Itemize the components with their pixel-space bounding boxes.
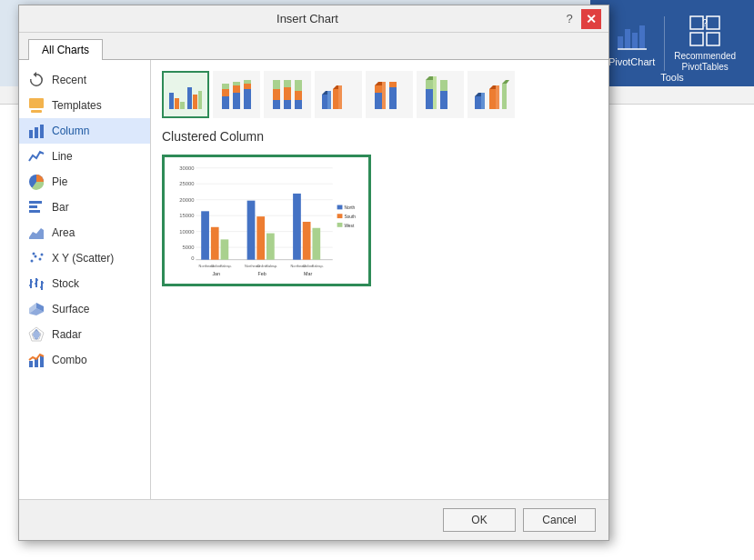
area-icon bbox=[28, 225, 45, 241]
svg-text:Salesp.: Salesp. bbox=[312, 264, 324, 268]
svg-rect-39 bbox=[40, 355, 44, 367]
dialog-body: Recent Templates Column bbox=[19, 59, 608, 499]
sidebar-item-radar[interactable]: Radar bbox=[19, 322, 150, 347]
svg-rect-112 bbox=[312, 228, 320, 260]
svg-rect-85 bbox=[489, 89, 496, 109]
svg-rect-81 bbox=[440, 80, 447, 91]
dialog-help-button[interactable]: ? bbox=[561, 11, 578, 27]
dialog-close-button[interactable]: ✕ bbox=[581, 9, 601, 29]
svg-text:30000: 30000 bbox=[179, 165, 194, 171]
pivot-chart-button[interactable]: PivotChart bbox=[608, 20, 655, 67]
svg-rect-7 bbox=[690, 33, 703, 45]
cancel-button[interactable]: Cancel bbox=[523, 508, 596, 532]
svg-rect-11 bbox=[31, 110, 42, 113]
svg-rect-17 bbox=[29, 205, 37, 208]
svg-rect-129 bbox=[337, 223, 343, 227]
sidebar-label-recent: Recent bbox=[52, 74, 86, 86]
svg-rect-51 bbox=[233, 82, 240, 85]
chart-sidebar: Recent Templates Column bbox=[19, 60, 151, 499]
sidebar-item-combo[interactable]: Combo bbox=[19, 347, 150, 373]
chart-type-clustered-column[interactable] bbox=[162, 71, 209, 118]
svg-text:15000: 15000 bbox=[179, 213, 194, 218]
scatter-icon bbox=[28, 250, 45, 266]
svg-rect-79 bbox=[433, 76, 437, 109]
3d-stacked-icon bbox=[371, 76, 407, 113]
stacked-column-icon bbox=[218, 76, 255, 113]
svg-rect-107 bbox=[247, 201, 256, 260]
svg-text:Salesp.: Salesp. bbox=[220, 264, 232, 268]
svg-rect-8 bbox=[707, 33, 719, 45]
chart-type-stacked-column[interactable] bbox=[213, 71, 260, 118]
chart-type-3d-column[interactable] bbox=[467, 71, 515, 118]
svg-rect-109 bbox=[266, 234, 275, 260]
svg-rect-84 bbox=[481, 93, 485, 109]
svg-rect-42 bbox=[180, 102, 185, 109]
chart-type-100pct-stacked[interactable] bbox=[264, 71, 311, 118]
svg-rect-14 bbox=[40, 125, 44, 138]
ribbon-area: PivotChart ? Recommended PivotTables Too… bbox=[590, 0, 754, 86]
sidebar-item-scatter[interactable]: X Y (Scatter) bbox=[19, 245, 150, 271]
chart-type-3d-stacked[interactable] bbox=[366, 71, 413, 118]
svg-rect-44 bbox=[193, 95, 197, 109]
recommended-icon: ? bbox=[689, 15, 721, 47]
svg-rect-64 bbox=[322, 95, 327, 109]
sidebar-item-bar[interactable]: Bar bbox=[19, 195, 150, 220]
dialog-title: Insert Chart bbox=[54, 12, 561, 25]
ok-button[interactable]: OK bbox=[443, 508, 516, 532]
templates-icon bbox=[28, 97, 45, 114]
recommended-pivot-tables-button[interactable]: ? Recommended PivotTables bbox=[674, 15, 736, 73]
chart-type-3d-100pct[interactable] bbox=[417, 71, 464, 118]
svg-rect-53 bbox=[244, 84, 251, 89]
svg-rect-43 bbox=[187, 87, 192, 109]
tools-label: Tools bbox=[590, 72, 754, 83]
svg-rect-62 bbox=[295, 80, 302, 91]
svg-text:10000: 10000 bbox=[179, 229, 194, 235]
svg-point-22 bbox=[39, 258, 42, 261]
svg-rect-59 bbox=[284, 80, 291, 87]
chart-name: Clustered Column bbox=[162, 129, 598, 144]
sidebar-item-surface[interactable]: Surface bbox=[19, 296, 150, 322]
svg-text:Feb: Feb bbox=[258, 271, 266, 276]
sidebar-item-line[interactable]: Line bbox=[19, 144, 150, 169]
chart-type-3d-clustered[interactable] bbox=[315, 71, 362, 118]
dialog-titlebar: Insert Chart ? ✕ bbox=[19, 5, 608, 33]
svg-text:North: North bbox=[344, 205, 355, 210]
svg-marker-89 bbox=[502, 80, 509, 84]
svg-text:20000: 20000 bbox=[179, 197, 194, 203]
sidebar-label-line: Line bbox=[52, 150, 73, 163]
svg-rect-45 bbox=[198, 91, 202, 109]
svg-rect-54 bbox=[244, 80, 251, 84]
pivot-chart-label: PivotChart bbox=[608, 56, 655, 67]
sidebar-item-recent[interactable]: Recent bbox=[19, 67, 150, 93]
svg-rect-50 bbox=[233, 85, 240, 93]
svg-point-20 bbox=[31, 260, 34, 263]
sidebar-label-bar: Bar bbox=[52, 201, 69, 214]
svg-rect-57 bbox=[273, 89, 280, 100]
sidebar-item-area[interactable]: Area bbox=[19, 220, 150, 245]
svg-rect-104 bbox=[201, 211, 209, 259]
svg-rect-77 bbox=[426, 80, 433, 89]
svg-point-24 bbox=[41, 254, 44, 256]
svg-point-23 bbox=[33, 253, 35, 255]
sidebar-item-templates[interactable]: Templates bbox=[19, 93, 150, 118]
chart-preview: 30000 25000 20000 15000 10000 5000 0 bbox=[162, 155, 371, 286]
sidebar-item-stock[interactable]: Stock bbox=[19, 271, 150, 296]
svg-text:Mar: Mar bbox=[304, 271, 312, 276]
sidebar-label-pie: Pie bbox=[52, 175, 67, 188]
sidebar-label-area: Area bbox=[52, 226, 75, 239]
tab-all-charts[interactable]: All Charts bbox=[28, 39, 103, 60]
sidebar-item-column[interactable]: Column bbox=[19, 118, 150, 144]
svg-rect-105 bbox=[211, 227, 219, 260]
svg-rect-6 bbox=[707, 16, 719, 29]
sidebar-item-pie[interactable]: Pie bbox=[19, 169, 150, 195]
recommended-label: Recommended PivotTables bbox=[674, 51, 736, 73]
surface-icon bbox=[28, 301, 45, 317]
svg-text:?: ? bbox=[702, 18, 708, 28]
svg-rect-60 bbox=[284, 87, 291, 100]
100pct-stacked-icon bbox=[269, 76, 306, 113]
svg-rect-69 bbox=[338, 85, 342, 109]
sidebar-label-radar: Radar bbox=[52, 328, 82, 341]
svg-rect-0 bbox=[618, 36, 623, 49]
svg-rect-5 bbox=[690, 16, 703, 29]
svg-marker-36 bbox=[33, 329, 40, 339]
